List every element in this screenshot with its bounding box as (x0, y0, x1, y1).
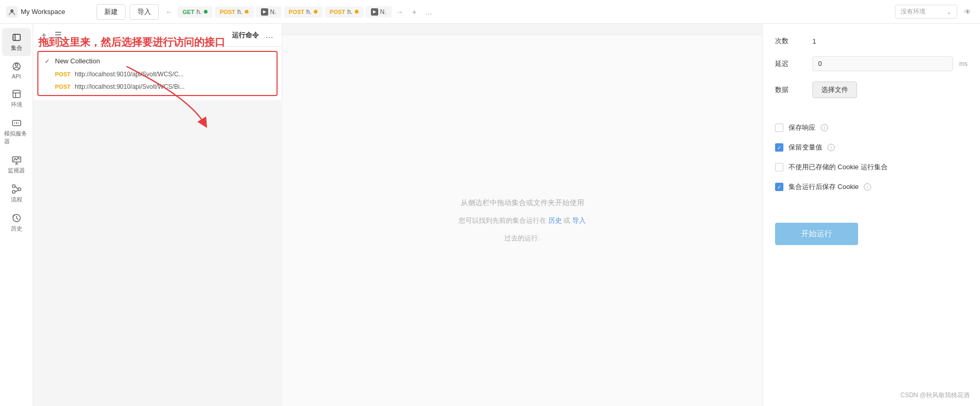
method-label-post: POST (220, 9, 236, 15)
sidebar: 集合 API 环境 模拟服务器 (0, 24, 33, 406)
no-cookie-row: 不使用已存储的 Cookie 运行集合 (775, 163, 968, 172)
data-row: 数据 选择文件 (775, 82, 968, 98)
method-label-get: GET (183, 9, 195, 15)
import-button[interactable]: 导入 (130, 4, 159, 20)
sidebar-item-label: 历史 (11, 225, 22, 233)
keep-variable-row: ✓ 保留变量值 i (775, 143, 968, 152)
sidebar-item-flow[interactable]: 流程 (2, 180, 31, 208)
tab-post-1[interactable]: POST h. (215, 6, 254, 18)
history-icon (11, 213, 22, 223)
tab-dot (245, 10, 249, 13)
save-cookie-label: 集合运行后保存 Cookie (789, 182, 859, 192)
tab-play-2[interactable]: ▶ N. (366, 6, 392, 18)
request-url-2: http://localhost:9010/api/Svolt/WCS/Bi..… (75, 83, 185, 90)
delay-label: 延迟 (775, 59, 806, 69)
count-row: 次数 1 (775, 36, 968, 46)
method-label-post: POST (330, 9, 346, 15)
svg-rect-15 (12, 185, 15, 187)
workspace-name[interactable]: My Workspace (6, 6, 84, 18)
svg-rect-1 (13, 34, 20, 40)
collections-icon (11, 32, 22, 43)
topbar-right: 没有环境 ⌄ 👁 (895, 5, 974, 19)
sidebar-item-label: 模拟服务器 (4, 130, 29, 145)
more-options-button[interactable]: … (263, 30, 275, 41)
save-response-info-icon[interactable]: i (821, 124, 828, 131)
save-response-row: 保存响应 i (775, 123, 968, 132)
center-body: 从侧边栏中拖动集合或文件夹开始使用 您可以找到先前的集合运行在 历史 或 导入 … (282, 35, 762, 406)
sidebar-item-collections[interactable]: 集合 (2, 28, 31, 56)
tab-get-1[interactable]: GET h. (177, 6, 213, 18)
start-run-button[interactable]: 开始运行 (775, 223, 858, 245)
chevron-down-icon: ⌄ (946, 8, 951, 16)
filter-button[interactable]: ☰ (52, 29, 64, 41)
delay-row: 延迟 ms (775, 56, 968, 71)
save-cookie-checkbox[interactable]: ✓ (775, 183, 783, 191)
save-response-checkbox[interactable] (775, 124, 783, 132)
tab-play-1[interactable]: ▶ N. (256, 6, 282, 18)
method-badge-2: POST (55, 84, 71, 90)
tab-post-3[interactable]: POST h. (325, 6, 364, 18)
svg-rect-17 (12, 191, 15, 193)
tab-label: N. (270, 8, 277, 16)
sidebar-item-label: 监视器 (8, 167, 25, 174)
workspace-icon (6, 6, 18, 18)
data-label: 数据 (775, 85, 806, 94)
keep-variable-checkbox[interactable]: ✓ (775, 143, 783, 152)
method-label-post: POST (289, 9, 305, 15)
workspace-label: My Workspace (21, 8, 65, 16)
collection-header-item[interactable]: ✓ New Collection (38, 54, 277, 68)
svg-rect-5 (13, 90, 20, 98)
sidebar-item-mock[interactable]: 模拟服务器 (2, 114, 31, 150)
add-collection-button[interactable]: + (39, 30, 48, 41)
delay-input[interactable] (812, 56, 953, 71)
eye-icon[interactable]: 👁 (961, 6, 974, 18)
tab-label: h. (238, 8, 243, 16)
tab-post-2[interactable]: POST h. (284, 6, 323, 18)
keep-variable-info-icon[interactable]: i (827, 144, 835, 151)
save-response-label: 保存响应 (789, 123, 816, 132)
no-cookie-label: 不使用已存储的 Cookie 运行集合 (789, 163, 888, 172)
save-cookie-info-icon[interactable]: i (864, 183, 871, 191)
tab-bar: ← GET h. POST h. ▶ N. POST h. POST h. (163, 6, 891, 18)
svg-rect-16 (18, 188, 21, 191)
tab-add-button[interactable]: + (408, 6, 421, 18)
mock-icon (11, 118, 22, 128)
collection-request-1[interactable]: POST http://localhost:9010/api/Svolt/WCS… (38, 68, 277, 80)
play-icon: ▶ (371, 8, 378, 16)
panel-title: 运行命令 (232, 31, 259, 40)
collection-request-2[interactable]: POST http://localhost:9010/api/Svolt/WCS… (38, 80, 277, 93)
no-cookie-checkbox[interactable] (775, 163, 783, 171)
tab-more-button[interactable]: … (423, 6, 435, 18)
or-text: 或 (563, 216, 570, 224)
tab-forward-button[interactable]: → (394, 6, 406, 18)
check-icon: ✓ (45, 58, 52, 65)
save-cookie-row: ✓ 集合运行后保存 Cookie i (775, 182, 968, 192)
tab-label: h. (307, 8, 312, 16)
topbar: My Workspace 新建 导入 ← GET h. POST h. ▶ N.… (0, 0, 980, 24)
env-selector[interactable]: 没有环境 ⌄ (895, 5, 957, 19)
import-link[interactable]: 导入 (572, 216, 586, 224)
play-icon: ▶ (261, 8, 268, 16)
tab-dot (314, 10, 318, 13)
sidebar-item-api[interactable]: API (2, 57, 31, 84)
flow-icon (11, 184, 22, 194)
file-choose-button[interactable]: 选择文件 (812, 82, 857, 98)
tab-label: h. (197, 8, 202, 16)
sidebar-item-label: 流程 (11, 196, 22, 204)
monitor-icon (11, 155, 22, 165)
tab-label: N. (380, 8, 387, 16)
sidebar-item-monitor[interactable]: 监视器 (2, 151, 31, 179)
center-subtext: 过去的运行. (504, 234, 540, 243)
tab-dot (204, 10, 208, 13)
history-link[interactable]: 历史 (548, 216, 562, 224)
collection-box: ✓ New Collection POST http://localhost:9… (37, 51, 278, 96)
svg-point-4 (15, 64, 18, 66)
config-panel: 次数 1 延迟 ms 数据 选择文件 保存响应 i ✓ 保留变量值 i (762, 24, 980, 406)
sidebar-item-history[interactable]: 历史 (2, 209, 31, 237)
new-button[interactable]: 新建 (96, 4, 126, 20)
tab-dot (355, 10, 358, 13)
tab-back-button[interactable]: ← (163, 6, 175, 18)
center-links: 您可以找到先前的集合运行在 历史 或 导入 (459, 216, 586, 225)
sidebar-item-env[interactable]: 环境 (2, 85, 31, 113)
sidebar-item-label: 环境 (11, 101, 22, 109)
